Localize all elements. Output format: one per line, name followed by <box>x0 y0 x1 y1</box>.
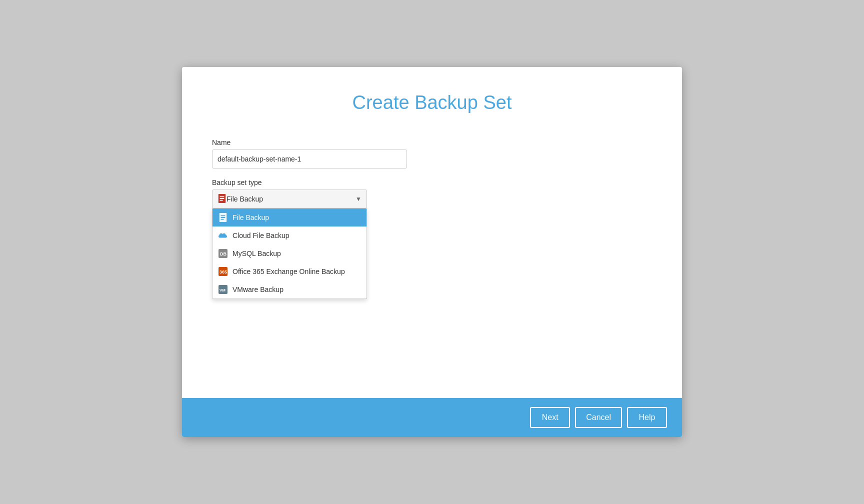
chevron-down-icon: ▼ <box>356 196 362 202</box>
vmware-backup-label: VMware Backup <box>232 286 284 294</box>
cancel-button[interactable]: Cancel <box>575 407 622 428</box>
dropdown-item-office365-backup[interactable]: 365 Office 365 Exchange Online Backup <box>212 262 366 280</box>
backup-type-dropdown[interactable]: File Backup ▼ <box>212 190 367 208</box>
svg-text:VM: VM <box>220 288 226 292</box>
name-input[interactable] <box>212 150 407 168</box>
help-button[interactable]: Help <box>627 407 667 428</box>
file-backup-icon <box>218 212 228 223</box>
dropdown-selected-label: File Backup <box>226 195 263 203</box>
svg-rect-2 <box>220 198 224 199</box>
file-backup-label: File Backup <box>232 214 269 222</box>
name-label: Name <box>212 138 652 146</box>
dialog-body: Create Backup Set Name Backup set type <box>182 67 682 398</box>
svg-rect-6 <box>221 217 226 218</box>
svg-rect-7 <box>221 219 224 220</box>
dialog-footer: Next Cancel Help <box>182 398 682 437</box>
office365-backup-icon: 365 <box>218 266 228 277</box>
mysql-backup-label: MySQL Backup <box>232 250 281 258</box>
svg-text:DB: DB <box>220 252 226 256</box>
backup-type-form-group: Backup set type File Backup ▼ <box>212 178 652 208</box>
backup-type-label: Backup set type <box>212 178 652 186</box>
next-button[interactable]: Next <box>530 407 570 428</box>
dropdown-menu: File Backup Cloud File Backup <box>212 208 367 299</box>
cloud-file-backup-icon <box>218 230 228 241</box>
page-title: Create Backup Set <box>212 92 652 114</box>
selected-type-icon <box>218 194 226 204</box>
create-backup-set-dialog: Create Backup Set Name Backup set type <box>182 67 682 437</box>
cloud-file-backup-label: Cloud File Backup <box>232 232 290 240</box>
vmware-backup-icon: VM <box>218 284 228 295</box>
dropdown-selected[interactable]: File Backup ▼ <box>212 190 367 208</box>
svg-rect-1 <box>220 196 224 197</box>
dropdown-item-vmware-backup[interactable]: VM VMware Backup <box>212 280 366 298</box>
svg-text:365: 365 <box>220 270 227 274</box>
dropdown-item-cloud-file-backup[interactable]: Cloud File Backup <box>212 226 366 244</box>
office365-backup-label: Office 365 Exchange Online Backup <box>232 268 345 276</box>
dropdown-item-mysql-backup[interactable]: DB MySQL Backup <box>212 244 366 262</box>
dropdown-item-file-backup[interactable]: File Backup <box>212 208 366 226</box>
svg-rect-3 <box>220 200 223 200</box>
name-form-group: Name <box>212 138 652 168</box>
svg-rect-5 <box>221 216 226 216</box>
mysql-backup-icon: DB <box>218 248 228 259</box>
